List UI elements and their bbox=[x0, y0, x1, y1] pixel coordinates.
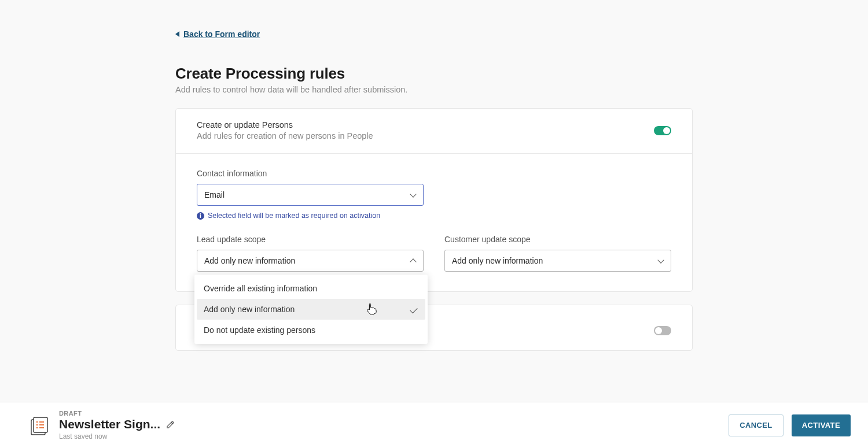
persons-card: Create or update Persons Add rules for c… bbox=[175, 108, 693, 292]
saved-text: Last saved now bbox=[59, 432, 729, 440]
lead-scope-option-add-new[interactable]: Add only new information bbox=[197, 299, 425, 320]
option-label: Override all existing information bbox=[204, 284, 317, 293]
caret-left-icon bbox=[175, 31, 179, 37]
form-name: Newsletter Sign... bbox=[59, 417, 160, 431]
persons-toggle[interactable] bbox=[654, 126, 671, 135]
lead-scope-option-override[interactable]: Override all existing information bbox=[197, 278, 425, 299]
persons-section-title: Create or update Persons bbox=[197, 120, 654, 129]
customer-scope-select[interactable]: Add only new information bbox=[444, 250, 671, 272]
customer-scope-field: Customer update scope Add only new infor… bbox=[444, 235, 671, 272]
persons-section-subtitle: Add rules for creation of new persons in… bbox=[197, 131, 654, 140]
lead-scope-dropdown: Override all existing information Add on… bbox=[194, 275, 428, 344]
svg-point-4 bbox=[36, 424, 38, 425]
customer-scope-label: Customer update scope bbox=[444, 235, 671, 244]
lead-scope-field: Lead update scope Add only new informati… bbox=[197, 235, 424, 272]
svg-point-6 bbox=[36, 427, 38, 428]
chevron-up-icon bbox=[410, 258, 416, 264]
second-toggle[interactable] bbox=[654, 326, 671, 335]
contact-info-label: Contact information bbox=[197, 169, 671, 178]
info-icon: i bbox=[197, 212, 204, 220]
lead-scope-label: Lead update scope bbox=[197, 235, 424, 244]
toggle-knob bbox=[655, 327, 662, 334]
page-title: Create Processing rules bbox=[175, 65, 693, 83]
footer-actions: CANCEL ACTIVATE bbox=[729, 414, 851, 436]
back-to-editor-link[interactable]: Back to Form editor bbox=[175, 29, 260, 39]
persons-card-body: Contact information Email i Selected fie… bbox=[176, 154, 692, 291]
lead-scope-value: Add only new information bbox=[204, 256, 410, 265]
footer-bar: DRAFT Newsletter Sign... Last saved now … bbox=[0, 402, 868, 448]
contact-info-hint: i Selected field will be marked as requi… bbox=[197, 212, 671, 220]
page-subtitle: Add rules to control how data will be ha… bbox=[175, 85, 693, 94]
chevron-down-icon bbox=[410, 192, 416, 198]
activate-button[interactable]: ACTIVATE bbox=[792, 414, 851, 436]
lead-scope-select[interactable]: Add only new information Override all ex… bbox=[197, 250, 424, 272]
footer-info: DRAFT Newsletter Sign... Last saved now bbox=[59, 410, 729, 440]
persons-card-header: Create or update Persons Add rules for c… bbox=[176, 109, 692, 154]
option-label: Do not update existing persons bbox=[204, 325, 315, 335]
svg-point-2 bbox=[36, 421, 38, 423]
toggle-knob bbox=[663, 127, 670, 134]
check-icon bbox=[410, 305, 417, 313]
contact-info-value: Email bbox=[204, 190, 410, 199]
main-content: Back to Form editor Create Processing ru… bbox=[175, 0, 693, 351]
option-label: Add only new information bbox=[204, 305, 295, 314]
contact-info-hint-text: Selected field will be marked as require… bbox=[208, 212, 380, 220]
lead-scope-option-do-not-update[interactable]: Do not update existing persons bbox=[197, 320, 425, 340]
contact-info-select[interactable]: Email bbox=[197, 184, 424, 206]
cancel-button[interactable]: CANCEL bbox=[729, 414, 784, 436]
back-link-label: Back to Form editor bbox=[183, 29, 260, 39]
edit-icon[interactable] bbox=[166, 420, 175, 429]
form-icon bbox=[29, 415, 50, 436]
customer-scope-value: Add only new information bbox=[452, 256, 658, 265]
status-label: DRAFT bbox=[59, 410, 729, 417]
chevron-down-icon bbox=[658, 258, 664, 264]
